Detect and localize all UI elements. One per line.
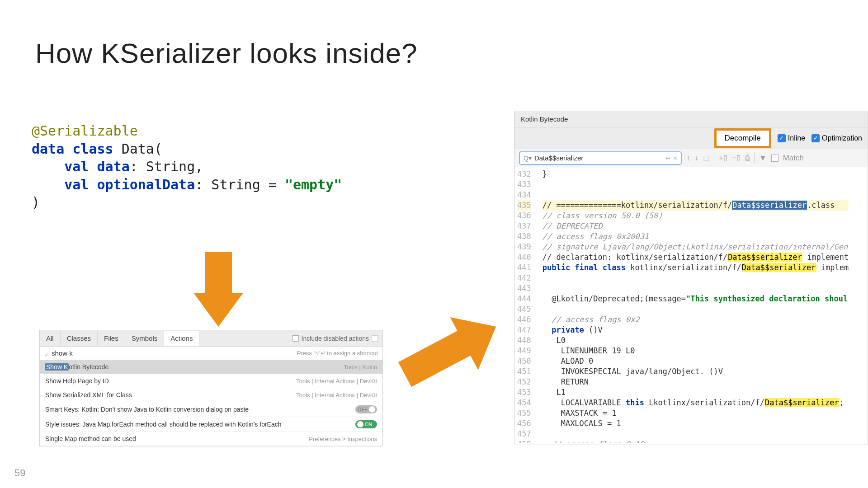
search-icon: ⌕ <box>44 350 48 357</box>
kw: val <box>64 177 97 192</box>
slide-number: 59 <box>14 467 25 479</box>
match-case-checkbox[interactable] <box>771 155 778 162</box>
annotation: @Serializable <box>32 123 138 139</box>
row-hint: Tools | Internal Actions | DevKit <box>296 378 377 385</box>
tab-files[interactable]: Files <box>98 331 125 346</box>
include-disabled-checkbox[interactable]: Include disabled actions <box>292 335 378 342</box>
shortcut-hint: Press ⌥↵ to assign a shortcut <box>297 350 378 357</box>
action-row[interactable]: Show Kotlin BytecodeTools | Kotlin <box>40 360 382 374</box>
next-match-icon[interactable]: ↓ <box>695 154 699 163</box>
decompile-button[interactable]: Decompile <box>714 128 771 148</box>
inline-checkbox[interactable]: ✓Inline <box>778 134 805 142</box>
toggle[interactable]: OFF <box>355 405 377 413</box>
match-label: Match <box>783 154 804 163</box>
find-input-wrapper[interactable]: Q▾ Data$$serializer ↩ × <box>519 151 682 165</box>
toggle[interactable]: ON <box>355 420 377 428</box>
kw: val <box>64 159 97 174</box>
search-icon: Q▾ <box>524 155 532 162</box>
kotlin-code: @Serializable data class Data( val data:… <box>32 122 342 211</box>
arrow-upright-icon <box>385 286 519 409</box>
inline-label: Inline <box>788 134 805 142</box>
prop: data <box>97 159 130 174</box>
slide-title: How KSerializer looks inside? <box>35 37 418 69</box>
clear-icon[interactable]: × <box>674 155 677 162</box>
bytecode-code[interactable]: } // ==============kotlinx/serialization… <box>536 167 849 443</box>
search-input[interactable] <box>52 349 297 357</box>
filter-icon[interactable]: ▼ <box>759 154 767 163</box>
panel-title: Kotlin Bytecode <box>514 111 868 127</box>
tab-classes[interactable]: Classes <box>61 331 98 346</box>
tab-symbols[interactable]: Symbols <box>125 331 165 346</box>
optimization-checkbox[interactable]: ✓Optimization <box>811 134 862 142</box>
line-gutter: 4324334344354364374384394404414424434444… <box>514 167 536 443</box>
find-input[interactable]: Data$$serializer <box>534 154 665 162</box>
type: : String, <box>130 159 203 174</box>
action-row[interactable]: Smart Keys: Kotlin: Don't show Java to K… <box>40 402 382 417</box>
remove-selection-icon[interactable]: −▯ <box>732 153 741 163</box>
action-row[interactable]: Style issues: Java Map.forEach method ca… <box>40 417 382 432</box>
row-hint: Tools | Internal Actions | DevKit <box>296 392 377 399</box>
optimization-label: Optimization <box>822 134 862 142</box>
class-name: Data( <box>122 141 162 157</box>
string: "empty" <box>285 177 342 192</box>
action-row[interactable]: Single Map method can be usedPreferences… <box>40 432 382 446</box>
action-row[interactable]: Show Help Page by IDTools | Internal Act… <box>40 374 382 388</box>
bytecode-panel: Kotlin Bytecode Decompile ✓Inline ✓Optim… <box>514 111 868 445</box>
paren: ) <box>32 194 40 210</box>
select-all-icon[interactable]: ◻ <box>703 153 709 163</box>
row-hint: Tools | Kotlin <box>344 364 377 371</box>
search-everywhere-popup: AllClassesFilesSymbolsActionsInclude dis… <box>39 330 383 446</box>
kw: data class <box>32 141 122 157</box>
history-icon[interactable]: ↩ <box>665 155 671 162</box>
prop: optionalData <box>97 177 195 192</box>
add-selection-icon[interactable]: +▯ <box>719 153 727 163</box>
type: : String = <box>195 177 285 192</box>
arrow-down-icon <box>193 252 243 329</box>
select-all-occurrences-icon[interactable]: ⎙ <box>745 154 750 163</box>
action-row[interactable]: Show Serialized XML for ClassTools | Int… <box>40 388 382 402</box>
prev-match-icon[interactable]: ↑ <box>686 154 690 163</box>
tab-all[interactable]: All <box>40 331 61 346</box>
row-hint: Preferences > Inspections <box>309 436 377 442</box>
tab-actions[interactable]: Actions <box>164 331 199 346</box>
